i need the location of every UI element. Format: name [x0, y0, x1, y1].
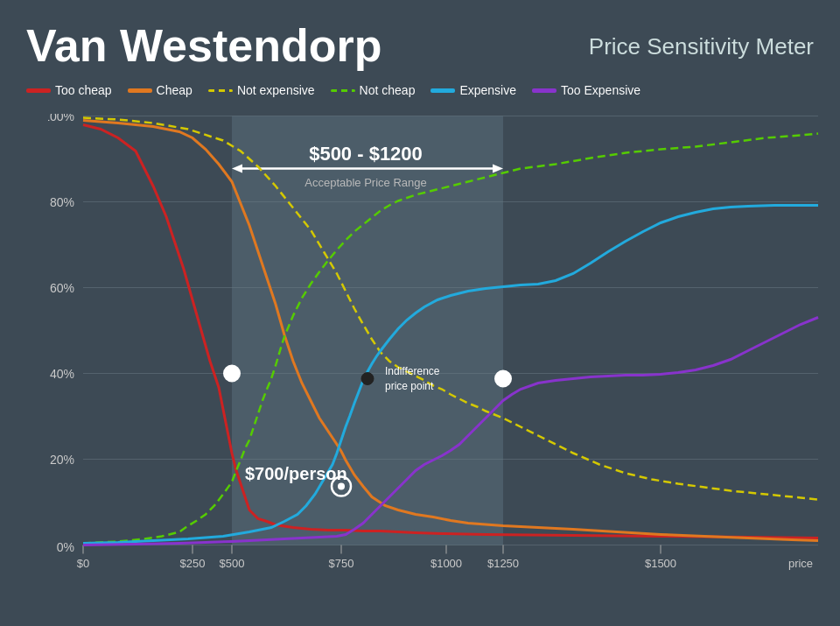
svg-text:$250: $250 — [180, 557, 206, 570]
svg-text:$500 - $1200: $500 - $1200 — [309, 143, 423, 165]
legend-swatch-too-cheap — [26, 88, 51, 93]
legend-cheap: Cheap — [128, 83, 192, 97]
svg-text:$1500: $1500 — [645, 557, 676, 570]
svg-text:$1000: $1000 — [430, 557, 462, 570]
svg-text:100%: 100% — [48, 114, 74, 123]
legend-expensive: Expensive — [430, 83, 516, 97]
indifference-label: Indifference — [385, 365, 440, 377]
svg-text:80%: 80% — [50, 195, 74, 209]
legend-too-expensive: Too Expensive — [532, 83, 640, 97]
legend-too-cheap: Too cheap — [26, 83, 112, 97]
optimal-price-text: $700/person — [245, 464, 347, 483]
chart-svg: 100% 80% 60% 40% 20% 0% $0 $250 $500 $75… — [48, 114, 822, 582]
svg-text:$750: $750 — [329, 557, 354, 570]
svg-text:price: price — [788, 557, 813, 570]
legend-label-expensive: Expensive — [459, 83, 516, 97]
legend-label-too-cheap: Too cheap — [55, 83, 112, 97]
legend-label-not-cheap: Not cheap — [360, 83, 416, 97]
subtitle: Price Sensitivity Meter — [589, 33, 814, 60]
main-title: Van Westendorp — [26, 19, 382, 72]
optimal-point-circle — [224, 366, 240, 382]
optimal-price-inner-circle — [338, 483, 345, 490]
legend-not-cheap: Not cheap — [331, 83, 416, 97]
legend-label-not-expensive: Not expensive — [237, 83, 315, 97]
svg-text:$1250: $1250 — [487, 557, 519, 570]
svg-text:$500: $500 — [220, 557, 245, 570]
legend-label-cheap: Cheap — [157, 83, 192, 97]
svg-text:60%: 60% — [50, 281, 74, 295]
legend-not-expensive: Not expensive — [208, 83, 315, 97]
svg-text:0%: 0% — [57, 540, 74, 554]
chart-area: 100% 80% 60% 40% 20% 0% $0 $250 $500 $75… — [48, 114, 822, 582]
legend-swatch-cheap — [128, 88, 152, 93]
legend: Too cheap Cheap Not expensive Not cheap … — [26, 83, 640, 97]
svg-text:Acceptable Price Range: Acceptable Price Range — [304, 176, 426, 189]
svg-text:$0: $0 — [77, 557, 89, 570]
indifference-label-2: price point — [385, 380, 434, 392]
legend-label-too-expensive: Too Expensive — [561, 83, 640, 97]
upper-boundary-circle — [495, 371, 511, 387]
legend-swatch-not-expensive — [208, 89, 233, 92]
svg-text:40%: 40% — [50, 367, 74, 381]
legend-swatch-expensive — [430, 88, 455, 93]
legend-swatch-not-cheap — [331, 89, 355, 92]
indifference-point-circle — [361, 373, 374, 385]
legend-swatch-too-expensive — [532, 88, 556, 93]
svg-text:20%: 20% — [50, 453, 74, 467]
